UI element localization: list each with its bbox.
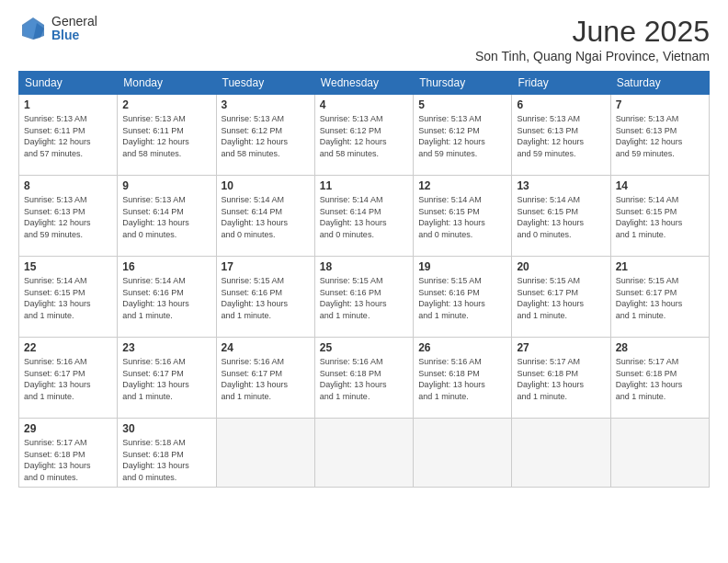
table-row: 10Sunrise: 5:14 AM Sunset: 6:14 PM Dayli… bbox=[216, 176, 314, 257]
cell-content: Sunrise: 5:15 AM Sunset: 6:16 PM Dayligh… bbox=[418, 275, 506, 321]
cell-content: Sunrise: 5:18 AM Sunset: 6:18 PM Dayligh… bbox=[122, 437, 210, 483]
day-number: 12 bbox=[418, 179, 506, 192]
table-row: 18Sunrise: 5:15 AM Sunset: 6:16 PM Dayli… bbox=[314, 257, 413, 338]
logo-blue-text: Blue bbox=[51, 29, 97, 42]
table-row: 16Sunrise: 5:14 AM Sunset: 6:16 PM Dayli… bbox=[118, 257, 216, 338]
cell-content: Sunrise: 5:14 AM Sunset: 6:15 PM Dayligh… bbox=[418, 194, 506, 240]
table-row: 26Sunrise: 5:16 AM Sunset: 6:18 PM Dayli… bbox=[414, 338, 512, 419]
table-row: 25Sunrise: 5:16 AM Sunset: 6:18 PM Dayli… bbox=[314, 338, 413, 419]
col-wednesday: Wednesday bbox=[314, 72, 413, 95]
day-number: 7 bbox=[616, 98, 704, 111]
calendar-header-row: Sunday Monday Tuesday Wednesday Thursday… bbox=[19, 72, 710, 95]
day-number: 17 bbox=[222, 260, 310, 273]
day-number: 28 bbox=[616, 341, 704, 354]
day-number: 27 bbox=[517, 341, 605, 354]
logo-icon bbox=[18, 16, 48, 41]
day-number: 2 bbox=[122, 98, 210, 111]
cell-content: Sunrise: 5:16 AM Sunset: 6:17 PM Dayligh… bbox=[24, 356, 112, 402]
calendar-week-row: 1Sunrise: 5:13 AM Sunset: 6:11 PM Daylig… bbox=[19, 95, 710, 176]
day-number: 10 bbox=[222, 179, 310, 192]
table-row: 21Sunrise: 5:15 AM Sunset: 6:17 PM Dayli… bbox=[610, 257, 709, 338]
table-row bbox=[216, 419, 314, 488]
col-sunday: Sunday bbox=[19, 72, 118, 95]
cell-content: Sunrise: 5:13 AM Sunset: 6:13 PM Dayligh… bbox=[517, 113, 605, 159]
day-number: 21 bbox=[616, 260, 704, 273]
cell-content: Sunrise: 5:13 AM Sunset: 6:11 PM Dayligh… bbox=[122, 113, 210, 159]
calendar-week-row: 29Sunrise: 5:17 AM Sunset: 6:18 PM Dayli… bbox=[19, 419, 710, 488]
table-row: 29Sunrise: 5:17 AM Sunset: 6:18 PM Dayli… bbox=[19, 419, 118, 488]
day-number: 19 bbox=[418, 260, 506, 273]
day-number: 23 bbox=[122, 341, 210, 354]
table-row: 12Sunrise: 5:14 AM Sunset: 6:15 PM Dayli… bbox=[414, 176, 512, 257]
calendar-week-row: 15Sunrise: 5:14 AM Sunset: 6:15 PM Dayli… bbox=[19, 257, 710, 338]
cell-content: Sunrise: 5:16 AM Sunset: 6:17 PM Dayligh… bbox=[222, 356, 310, 402]
logo: General Blue bbox=[18, 15, 97, 43]
table-row: 24Sunrise: 5:16 AM Sunset: 6:17 PM Dayli… bbox=[216, 338, 314, 419]
cell-content: Sunrise: 5:13 AM Sunset: 6:13 PM Dayligh… bbox=[24, 194, 112, 240]
table-row bbox=[314, 419, 413, 488]
table-row: 23Sunrise: 5:16 AM Sunset: 6:17 PM Dayli… bbox=[118, 338, 216, 419]
cell-content: Sunrise: 5:15 AM Sunset: 6:16 PM Dayligh… bbox=[320, 275, 408, 321]
table-row: 27Sunrise: 5:17 AM Sunset: 6:18 PM Dayli… bbox=[512, 338, 610, 419]
cell-content: Sunrise: 5:13 AM Sunset: 6:11 PM Dayligh… bbox=[24, 113, 112, 159]
cell-content: Sunrise: 5:13 AM Sunset: 6:12 PM Dayligh… bbox=[320, 113, 408, 159]
table-row: 11Sunrise: 5:14 AM Sunset: 6:14 PM Dayli… bbox=[314, 176, 413, 257]
col-tuesday: Tuesday bbox=[216, 72, 314, 95]
day-number: 24 bbox=[222, 341, 310, 354]
day-number: 25 bbox=[320, 341, 408, 354]
table-row: 22Sunrise: 5:16 AM Sunset: 6:17 PM Dayli… bbox=[19, 338, 118, 419]
day-number: 4 bbox=[320, 98, 408, 111]
table-row: 15Sunrise: 5:14 AM Sunset: 6:15 PM Dayli… bbox=[19, 257, 118, 338]
cell-content: Sunrise: 5:13 AM Sunset: 6:14 PM Dayligh… bbox=[122, 194, 210, 240]
calendar-week-row: 8Sunrise: 5:13 AM Sunset: 6:13 PM Daylig… bbox=[19, 176, 710, 257]
day-number: 30 bbox=[122, 422, 210, 435]
table-row: 1Sunrise: 5:13 AM Sunset: 6:11 PM Daylig… bbox=[19, 95, 118, 176]
cell-content: Sunrise: 5:13 AM Sunset: 6:12 PM Dayligh… bbox=[418, 113, 506, 159]
day-number: 6 bbox=[517, 98, 605, 111]
table-row: 19Sunrise: 5:15 AM Sunset: 6:16 PM Dayli… bbox=[414, 257, 512, 338]
day-number: 22 bbox=[24, 341, 112, 354]
table-row: 3Sunrise: 5:13 AM Sunset: 6:12 PM Daylig… bbox=[216, 95, 314, 176]
col-saturday: Saturday bbox=[610, 72, 709, 95]
logo-general-text: General bbox=[51, 15, 97, 29]
calendar-table: Sunday Monday Tuesday Wednesday Thursday… bbox=[18, 71, 710, 488]
table-row: 13Sunrise: 5:14 AM Sunset: 6:15 PM Dayli… bbox=[512, 176, 610, 257]
day-number: 26 bbox=[418, 341, 506, 354]
cell-content: Sunrise: 5:14 AM Sunset: 6:14 PM Dayligh… bbox=[222, 194, 310, 240]
table-row: 17Sunrise: 5:15 AM Sunset: 6:16 PM Dayli… bbox=[216, 257, 314, 338]
title-block: June 2025 Son Tinh, Quang Ngai Province,… bbox=[475, 15, 710, 63]
cell-content: Sunrise: 5:14 AM Sunset: 6:14 PM Dayligh… bbox=[320, 194, 408, 240]
cell-content: Sunrise: 5:14 AM Sunset: 6:15 PM Dayligh… bbox=[517, 194, 605, 240]
cell-content: Sunrise: 5:14 AM Sunset: 6:15 PM Dayligh… bbox=[24, 275, 112, 321]
calendar-week-row: 22Sunrise: 5:16 AM Sunset: 6:17 PM Dayli… bbox=[19, 338, 710, 419]
table-row: 20Sunrise: 5:15 AM Sunset: 6:17 PM Dayli… bbox=[512, 257, 610, 338]
cell-content: Sunrise: 5:14 AM Sunset: 6:16 PM Dayligh… bbox=[122, 275, 210, 321]
day-number: 20 bbox=[517, 260, 605, 273]
month-title: June 2025 bbox=[475, 15, 710, 49]
day-number: 11 bbox=[320, 179, 408, 192]
cell-content: Sunrise: 5:16 AM Sunset: 6:18 PM Dayligh… bbox=[320, 356, 408, 402]
cell-content: Sunrise: 5:15 AM Sunset: 6:17 PM Dayligh… bbox=[616, 275, 704, 321]
table-row: 30Sunrise: 5:18 AM Sunset: 6:18 PM Dayli… bbox=[118, 419, 216, 488]
cell-content: Sunrise: 5:16 AM Sunset: 6:18 PM Dayligh… bbox=[418, 356, 506, 402]
day-number: 13 bbox=[517, 179, 605, 192]
cell-content: Sunrise: 5:13 AM Sunset: 6:12 PM Dayligh… bbox=[222, 113, 310, 159]
table-row: 7Sunrise: 5:13 AM Sunset: 6:13 PM Daylig… bbox=[610, 95, 709, 176]
header: General Blue June 2025 Son Tinh, Quang N… bbox=[18, 15, 710, 63]
day-number: 29 bbox=[24, 422, 112, 435]
cell-content: Sunrise: 5:17 AM Sunset: 6:18 PM Dayligh… bbox=[517, 356, 605, 402]
logo-text: General Blue bbox=[51, 15, 97, 43]
cell-content: Sunrise: 5:15 AM Sunset: 6:17 PM Dayligh… bbox=[517, 275, 605, 321]
table-row bbox=[610, 419, 709, 488]
location-subtitle: Son Tinh, Quang Ngai Province, Vietnam bbox=[475, 49, 710, 63]
table-row bbox=[512, 419, 610, 488]
day-number: 9 bbox=[122, 179, 210, 192]
table-row: 2Sunrise: 5:13 AM Sunset: 6:11 PM Daylig… bbox=[118, 95, 216, 176]
cell-content: Sunrise: 5:14 AM Sunset: 6:15 PM Dayligh… bbox=[616, 194, 704, 240]
cell-content: Sunrise: 5:17 AM Sunset: 6:18 PM Dayligh… bbox=[24, 437, 112, 483]
table-row: 5Sunrise: 5:13 AM Sunset: 6:12 PM Daylig… bbox=[414, 95, 512, 176]
day-number: 8 bbox=[24, 179, 112, 192]
day-number: 15 bbox=[24, 260, 112, 273]
day-number: 3 bbox=[222, 98, 310, 111]
table-row: 4Sunrise: 5:13 AM Sunset: 6:12 PM Daylig… bbox=[314, 95, 413, 176]
